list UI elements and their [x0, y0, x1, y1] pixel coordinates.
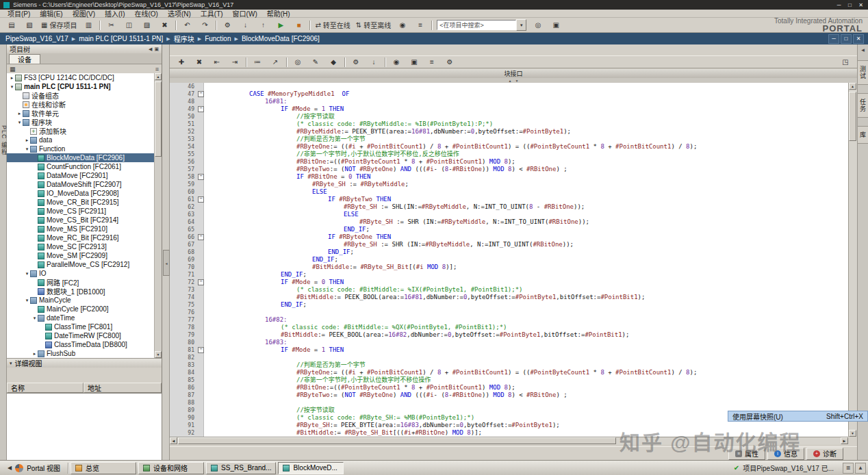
go-online-button[interactable]: ⇄转至在线	[313, 18, 352, 31]
code-line[interactable]: 74#BitMiddle:= PEEK_BOOL(area:=16#81,dbN…	[170, 294, 848, 301]
code-line[interactable]: 69END_IF;	[170, 256, 848, 264]
tree-item[interactable]: 在线和诊断	[7, 100, 154, 109]
editor-vscrollbar[interactable]: ▲ ▼	[848, 83, 857, 437]
code-line[interactable]: 83//判断是否为第一个字节	[170, 361, 848, 369]
breadcrumb-item[interactable]: PipeSwap_V16_V17	[4, 35, 70, 42]
detail-column-header[interactable]: 名称	[7, 383, 84, 393]
left-collapsed-panel[interactable]: PLC 编程	[0, 44, 7, 460]
scroll-left-icon[interactable]: ◀	[170, 437, 177, 444]
menu-item[interactable]: 项目(P)	[3, 8, 35, 18]
start-cpu-icon[interactable]: ▶	[272, 18, 289, 31]
code-line[interactable]: 82	[170, 354, 848, 361]
tree-item[interactable]: DateTimeRW [FC800]	[7, 331, 154, 340]
collapse-panel-icon[interactable]: ◀	[149, 47, 152, 52]
code-line[interactable]: 68END_IF;	[170, 248, 848, 256]
block-interface-bar[interactable]: 块接口	[170, 69, 857, 79]
tree-item[interactable]: BlockMoveData [FC2906]	[7, 153, 154, 162]
redo-icon[interactable]: ↷	[196, 18, 213, 31]
editor-close-button[interactable]: ✕	[853, 34, 864, 44]
tree-item[interactable]: ▾程序块	[7, 118, 154, 127]
breadcrumb-item[interactable]: 程序块	[173, 34, 196, 44]
code-line[interactable]: 52#RByteMiddle:= PEEK_BYTE(area:=16#81,d…	[170, 128, 848, 136]
code-line[interactable]: 58−IF #RBitOne = 0 THEN	[170, 173, 848, 181]
tree-item[interactable]: Move_RC_Bit [FC2916]	[7, 233, 154, 242]
save-project-button[interactable]: ▦保存项目	[39, 18, 79, 31]
new-project-icon[interactable]: ▤	[3, 18, 20, 31]
go-offline-button[interactable]: ⇅转至离线	[354, 18, 393, 31]
compile-block-icon[interactable]: ⚙	[348, 55, 364, 68]
menu-item[interactable]: 工具(T)	[196, 8, 228, 18]
snapshot-icon[interactable]: ▣	[406, 55, 422, 68]
scrollbar-thumb[interactable]	[155, 81, 162, 157]
tree-item[interactable]: ▸data	[7, 136, 154, 144]
code-line[interactable]: 54#RByteOne:= ((#i + #PointBitCount1) / …	[170, 143, 848, 151]
scroll-right-icon[interactable]: ▶	[841, 437, 848, 444]
inspector-tab-info[interactable]: i信息	[767, 448, 804, 460]
tree-item[interactable]: ▾MainCycle	[7, 296, 154, 305]
insert-line-icon[interactable]: ✚	[173, 55, 190, 68]
tree-item[interactable]: ▸FlushSub	[7, 349, 154, 358]
tree-item[interactable]: MainCycle [FC2000]	[7, 305, 154, 313]
maximize-editor-icon[interactable]: ◳	[837, 55, 854, 68]
menu-item[interactable]: 帮助(H)	[262, 8, 295, 18]
column-view-icon[interactable]: ▦	[10, 66, 16, 73]
fold-toggle-icon[interactable]: −	[198, 234, 204, 240]
code-line[interactable]: 4816#81:	[170, 98, 848, 105]
scroll-down-icon[interactable]: ▼	[155, 351, 162, 358]
tree-item[interactable]: Move_CR_Bit [FC2915]	[7, 198, 154, 207]
menu-item[interactable]: 编辑(E)	[35, 8, 67, 18]
copy-icon[interactable]: ◫	[120, 18, 137, 31]
code-line[interactable]: 46	[170, 83, 848, 90]
settings-icon[interactable]: ⚙	[442, 55, 458, 68]
scroll-up-icon[interactable]: ▲	[155, 73, 162, 80]
project-search-input[interactable]	[437, 20, 516, 30]
expand-arrow-icon[interactable]: ▾	[24, 298, 30, 303]
menu-item[interactable]: 视图(V)	[68, 8, 100, 18]
fold-toggle-icon[interactable]: −	[198, 347, 204, 353]
fold-toggle-icon[interactable]: −	[198, 279, 204, 285]
tree-item[interactable]: ▾IO	[7, 269, 154, 278]
task-card-tab-testing[interactable]: 测试	[857, 60, 868, 85]
menu-item[interactable]: 选项(N)	[163, 8, 196, 18]
tree-item[interactable]: ParallelMove_CS [FC2912]	[7, 260, 154, 269]
code-line[interactable]: 86#RBitOne:=((#PointByteCount1 * 8 + #Po…	[170, 384, 848, 391]
breadcrumb-item[interactable]: Function	[203, 35, 232, 42]
tree-item[interactable]: ClassTime [FC801]	[7, 322, 154, 331]
pin-panel-icon[interactable]: ▣	[154, 47, 159, 52]
online-diagnostics-icon[interactable]: ◉	[394, 18, 411, 31]
code-line[interactable]: 50//按字节读取	[170, 113, 848, 120]
fold-toggle-icon[interactable]: −	[198, 106, 204, 112]
code-line[interactable]: 65END_IF;	[170, 226, 848, 233]
code-line[interactable]: 63ELSE	[170, 211, 848, 218]
paste-icon[interactable]: ▨	[138, 18, 155, 31]
inspector-tab-properties[interactable]: ≡属性	[728, 448, 765, 460]
tree-item[interactable]: Move_CS_Bit [FC2914]	[7, 216, 154, 224]
download-block-icon[interactable]: ↓	[366, 55, 382, 68]
tree-item[interactable]: DataMoveShift [FC2907]	[7, 180, 154, 189]
code-line[interactable]: 67#RByte_SH := SHR (IN:=#RByteMiddle, N:…	[170, 241, 848, 248]
delete-icon[interactable]: ✖	[156, 18, 173, 31]
compile-icon[interactable]: ⚙	[219, 18, 235, 31]
editor-bar-button[interactable]: 总览	[71, 462, 136, 474]
editor-bar-button[interactable]: BlockMoveD...	[278, 462, 344, 474]
expand-arrow-icon[interactable]: ▸	[16, 111, 23, 116]
alarm-status-icon[interactable]: ▲	[855, 463, 866, 474]
code-line[interactable]: 51(* classic code: #RByteMiddle:= %IB(#P…	[170, 120, 848, 128]
cross-reference-icon[interactable]: ≡	[412, 18, 429, 31]
expand-arrow-icon[interactable]: ▸	[31, 351, 38, 357]
code-line[interactable]: 71END_IF;	[170, 271, 848, 279]
code-line[interactable]: 78(* classic code: #BitMiddle:= %QX(#Poi…	[170, 324, 848, 331]
code-line[interactable]: 75END_IF;	[170, 301, 848, 309]
code-line[interactable]: 87#RByteTwo:= (NOT #RByteOne) AND (((#i-…	[170, 391, 848, 399]
project-tree-scrollbar[interactable]: ▲ ▼	[154, 73, 162, 358]
expand-arrow-icon[interactable]: ▾	[16, 120, 23, 125]
comment-toggle-icon[interactable]: ✎	[307, 55, 324, 68]
tree-item[interactable]: 设备组态	[7, 91, 154, 100]
tree-item[interactable]: ▾dateTime	[7, 313, 154, 322]
expand-arrow-icon[interactable]: ▸	[24, 138, 30, 143]
menu-item[interactable]: 插入(I)	[100, 8, 129, 18]
fold-toggle-icon[interactable]: −	[198, 174, 204, 180]
panel-collapse-handle[interactable]: ◂	[163, 250, 170, 276]
expand-arrow-icon[interactable]: ▸	[9, 75, 15, 81]
delete-line-icon[interactable]: ✖	[191, 55, 207, 68]
